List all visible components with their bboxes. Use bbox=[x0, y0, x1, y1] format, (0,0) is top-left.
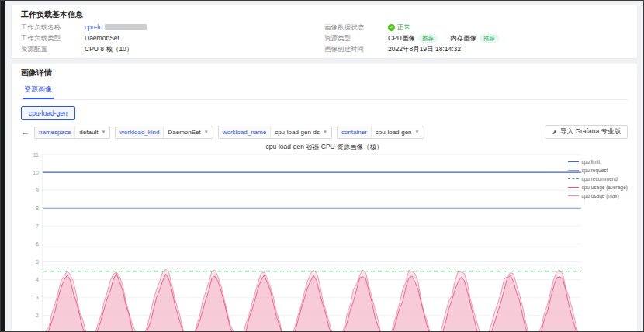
legend-label: cpu usage (average) bbox=[581, 185, 628, 190]
container-filter-value[interactable]: cpu-load-gen ▼ bbox=[372, 126, 424, 138]
y-tick-label: 5 bbox=[36, 259, 39, 265]
y-tick-label: 10 bbox=[33, 170, 39, 175]
legend-swatch bbox=[568, 195, 579, 196]
workload-name-filter-value[interactable]: cpu-load-gen-ds ▼ bbox=[271, 126, 331, 138]
info-row-spec: 资源配置 CPU 8 核（10） bbox=[21, 44, 324, 54]
left-edge-strip bbox=[1, 1, 5, 331]
y-tick-label: 3 bbox=[36, 295, 39, 300]
workload-name-value[interactable]: cpu-lo bbox=[85, 22, 102, 32]
info-col-right: 画像数据状态 ✓ 正常 资源类型 CPU画像 推荐 内存画像 bbox=[324, 22, 628, 54]
y-tick-label: 9 bbox=[36, 188, 39, 193]
check-icon: ✓ bbox=[388, 24, 395, 31]
y-tick-label: 6 bbox=[36, 241, 39, 247]
workload-card-title: 工作负载基本信息 bbox=[21, 10, 628, 19]
info-row-created: 画像创建时间 2022年8月19日 18:14:32 bbox=[324, 44, 628, 54]
workload-type-value: DaemonSet bbox=[85, 33, 119, 43]
external-link-icon: ⬈ bbox=[552, 129, 557, 136]
workload-kind-filter-value[interactable]: DaemonSet ▼ bbox=[164, 126, 212, 138]
created-label: 画像创建时间 bbox=[324, 44, 388, 54]
page-content: 工作负载基本信息 工作负载名称 cpu-lo 工作负载类型 DaemonSet … bbox=[5, 1, 643, 331]
chart-title: cpu-load-gen 容器 CPU 资源画像（核） bbox=[21, 142, 628, 151]
workload-name-filter[interactable]: workload_name cpu-load-gen-ds ▼ bbox=[218, 126, 332, 139]
y-tick-label: 2 bbox=[36, 313, 39, 318]
info-row-status: 画像数据状态 ✓ 正常 bbox=[324, 22, 628, 32]
namespace-value-text: default bbox=[79, 129, 98, 136]
legend-item[interactable]: cpu recommend bbox=[568, 176, 628, 182]
y-tick-label: 11 bbox=[33, 152, 39, 157]
y-tick-label: 7 bbox=[36, 223, 39, 229]
legend-swatch bbox=[568, 170, 579, 171]
screen: 工作负载基本信息 工作负载名称 cpu-lo 工作负载类型 DaemonSet … bbox=[0, 0, 644, 332]
legend-item[interactable]: cpu limit bbox=[568, 159, 628, 164]
mem-profile-badge: 推荐 bbox=[480, 34, 499, 43]
container-chip-row: cpu-load-gen bbox=[21, 105, 628, 120]
detail-tabs: 资源画像 bbox=[21, 81, 628, 100]
chevron-down-icon: ▼ bbox=[204, 130, 209, 134]
cpu-profile-item: CPU画像 推荐 bbox=[388, 33, 438, 43]
legend-label: cpu request bbox=[581, 168, 608, 173]
chart-panel: cpu-load-gen 容器 CPU 资源画像（核） 012345678910… bbox=[21, 142, 628, 332]
cpu-profile-badge: 推荐 bbox=[418, 34, 438, 43]
filter-toolbar: ← namespace default ▼ workload_kind Daem… bbox=[21, 125, 628, 139]
legend-swatch bbox=[568, 187, 579, 188]
chart-legend: cpu limitcpu requestcpu recommendcpu usa… bbox=[568, 159, 628, 199]
workload-spec-value: CPU 8 核（10） bbox=[85, 44, 133, 54]
container-value-text: cpu-load-gen bbox=[376, 129, 412, 136]
chevron-down-icon: ▼ bbox=[323, 130, 327, 134]
info-row-type: 工作负载类型 DaemonSet bbox=[21, 33, 324, 43]
redacted-text bbox=[105, 24, 147, 30]
mem-profile-item: 内存画像 推荐 bbox=[450, 33, 499, 43]
status-text: 正常 bbox=[397, 22, 410, 32]
back-icon[interactable]: ← bbox=[21, 126, 29, 137]
namespace-filter-label: namespace bbox=[35, 126, 75, 138]
cpu-profile-text: CPU画像 bbox=[388, 33, 415, 43]
info-row-name: 工作负载名称 cpu-lo bbox=[21, 22, 324, 32]
workload-type-label: 工作负载类型 bbox=[21, 33, 85, 43]
namespace-filter-value[interactable]: default ▼ bbox=[75, 126, 109, 138]
status-badge: ✓ 正常 bbox=[388, 22, 410, 32]
legend-swatch bbox=[568, 178, 579, 179]
profile-status-label: 画像数据状态 bbox=[324, 22, 388, 32]
workload-spec-label: 资源配置 bbox=[21, 44, 85, 54]
workload-kind-filter-label: workload_kind bbox=[116, 126, 164, 138]
workload-name-label: 工作负载名称 bbox=[21, 22, 85, 32]
workload-name-filter-label: workload_name bbox=[219, 126, 271, 138]
resource-type-label: 资源类型 bbox=[324, 33, 388, 43]
detail-card-title: 画像详情 bbox=[21, 68, 628, 78]
chevron-down-icon: ▼ bbox=[415, 130, 420, 134]
grafana-button-label: 导入 Grafana 专业版 bbox=[560, 127, 621, 137]
chevron-down-icon: ▼ bbox=[101, 130, 106, 134]
legend-item[interactable]: cpu usage (average) bbox=[568, 185, 628, 190]
info-col-left: 工作负载名称 cpu-lo 工作负载类型 DaemonSet 资源配置 CPU … bbox=[21, 22, 324, 54]
grafana-import-button[interactable]: ⬈ 导入 Grafana 专业版 bbox=[545, 125, 628, 139]
legend-item[interactable]: cpu usage (max) bbox=[568, 193, 628, 199]
created-value: 2022年8月19日 18:14:32 bbox=[388, 44, 461, 54]
tab-resource-profile[interactable]: 资源画像 bbox=[23, 85, 54, 99]
workload-info-grid: 工作负载名称 cpu-lo 工作负载类型 DaemonSet 资源配置 CPU … bbox=[21, 22, 628, 54]
namespace-filter[interactable]: namespace default ▼ bbox=[34, 126, 110, 139]
mem-profile-text: 内存画像 bbox=[450, 33, 476, 43]
legend-label: cpu limit bbox=[581, 159, 600, 164]
workload-info-card: 工作负载基本信息 工作负载名称 cpu-lo 工作负载类型 DaemonSet … bbox=[12, 5, 637, 58]
y-tick-label: 8 bbox=[36, 206, 39, 211]
container-chip[interactable]: cpu-load-gen bbox=[21, 106, 75, 120]
cpu-profile-chart: 01234567891011 bbox=[21, 151, 631, 332]
y-tick-label: 4 bbox=[36, 277, 39, 282]
legend-swatch bbox=[568, 161, 579, 162]
workload-name-value-text: cpu-load-gen-ds bbox=[275, 129, 320, 136]
legend-item[interactable]: cpu request bbox=[568, 168, 628, 173]
legend-label: cpu recommend bbox=[581, 176, 618, 182]
container-filter[interactable]: container cpu-load-gen ▼ bbox=[337, 126, 424, 139]
workload-kind-filter[interactable]: workload_kind DaemonSet ▼ bbox=[115, 126, 213, 139]
profile-detail-card: 画像详情 资源画像 cpu-load-gen ← namespace defau… bbox=[12, 64, 637, 332]
legend-label: cpu usage (max) bbox=[581, 193, 618, 199]
info-row-resource-type: 资源类型 CPU画像 推荐 内存画像 推荐 bbox=[324, 33, 628, 43]
workload-kind-value-text: DaemonSet bbox=[168, 129, 200, 136]
container-filter-label: container bbox=[338, 126, 372, 138]
